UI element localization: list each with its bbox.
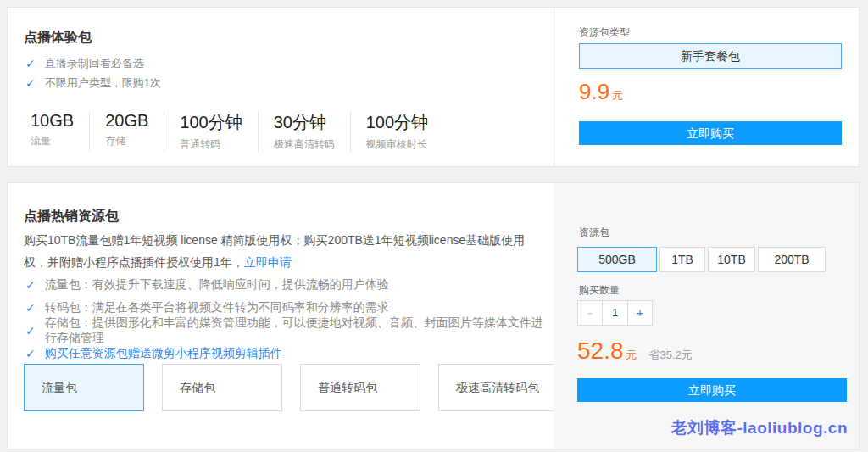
apply-now-link[interactable]: 立即申请 xyxy=(244,255,292,269)
package-label: 资源包 xyxy=(579,226,609,240)
experience-package-info: 点播体验包 ✓ 直播录制回看必备选 ✓ 不限用户类型，限购1次 10GB 流量 … xyxy=(8,8,554,166)
feature-text: 存储包：提供图形化和丰富的媒资管理功能，可以便捷地对视频、音频、封面图片等媒体文… xyxy=(45,315,554,346)
spec-label: 普通转码 xyxy=(180,137,242,152)
spec-item: 100分钟 视频审核时长 xyxy=(350,111,443,152)
spec-item: 30分钟 极速高清转码 xyxy=(258,111,350,152)
check-icon: ✓ xyxy=(25,348,36,360)
spec-item: 20GB 存储 xyxy=(89,111,164,152)
feature-row-highlight: ✓ 购买任意资源包赠送微剪小程序视频剪辑插件 xyxy=(25,345,554,361)
option-1tb[interactable]: 1TB xyxy=(659,247,705,272)
experience-buy-panel: 资源包类型 新手套餐包 9.9 元 立即购买 xyxy=(554,8,859,166)
package-type-tabs: 流量包 存储包 普通转码包 极速高清转码包 xyxy=(24,364,559,411)
site-watermark: 老刘博客-laoliublog.cn xyxy=(671,417,849,439)
spec-value: 20GB xyxy=(105,111,148,131)
spec-strip: 10GB 流量 20GB 存储 100分钟 普通转码 30分钟 极速高清转码 1… xyxy=(24,111,443,152)
option-500gb[interactable]: 500GB xyxy=(577,247,657,272)
quantity-label: 购买数量 xyxy=(579,283,620,298)
plus-icon[interactable]: + xyxy=(627,300,653,326)
check-icon: ✓ xyxy=(25,279,36,291)
hot-buy-panel: 资源包 500GB 1TB 10TB 200TB 购买数量 - 1 + 52.8… xyxy=(554,183,859,449)
option-10tb[interactable]: 10TB xyxy=(708,247,755,272)
price-value: 9.9 xyxy=(579,79,609,105)
buy-now-button[interactable]: 立即购买 xyxy=(579,121,842,145)
quantity-value[interactable]: 1 xyxy=(602,300,628,326)
option-200tb[interactable]: 200TB xyxy=(758,247,826,272)
price: 9.9 元 xyxy=(579,79,623,105)
check-icon: ✓ xyxy=(25,302,36,314)
spec-label: 极速高清转码 xyxy=(274,137,335,152)
tab-tesh-transcode-package[interactable]: 极速高清转码包 xyxy=(438,364,559,411)
price-value: 52.8 xyxy=(577,338,624,365)
feature-text: 转码包：满足在各类平台将视频文件转为不同码率和分辨率的需求 xyxy=(45,300,389,315)
spec-item: 10GB 流量 xyxy=(24,111,89,152)
check-icon: ✓ xyxy=(25,58,36,70)
buy-now-button[interactable]: 立即购买 xyxy=(577,378,847,402)
hot-package-info: 点播热销资源包 购买10TB流量包赠1年短视频 license 精简版使用权；购… xyxy=(8,183,554,449)
feature-text: 直播录制回看必备选 xyxy=(45,56,144,71)
price-currency: 元 xyxy=(612,88,623,103)
page-title: 点播体验包 xyxy=(24,29,92,47)
savings-text: 省35.2元 xyxy=(649,348,693,363)
tab-traffic-package[interactable]: 流量包 xyxy=(24,364,144,411)
spec-item: 100分钟 普通转码 xyxy=(164,111,257,152)
check-icon: ✓ xyxy=(25,77,36,89)
experience-package-card: 点播体验包 ✓ 直播录制回看必备选 ✓ 不限用户类型，限购1次 10GB 流量 … xyxy=(7,7,860,167)
spec-label: 视频审核时长 xyxy=(366,137,428,152)
check-icon: ✓ xyxy=(25,325,36,337)
spec-value: 100分钟 xyxy=(366,111,428,134)
price-currency: 元 xyxy=(626,348,637,363)
feature-text: 不限用户类型，限购1次 xyxy=(45,75,161,91)
quantity-stepper: - 1 + xyxy=(577,300,653,326)
feature-row: ✓ 转码包：满足在各类平台将视频文件转为不同码率和分辨率的需求 xyxy=(25,299,554,315)
feature-row: ✓ 存储包：提供图形化和丰富的媒资管理功能，可以便捷地对视频、音频、封面图片等媒… xyxy=(25,322,554,338)
spec-value: 100分钟 xyxy=(180,111,242,134)
feature-row: ✓ 流量包：有效提升下载速度、降低响应时间，提供流畅的用户体验 xyxy=(25,276,554,293)
spec-label: 存储 xyxy=(105,134,148,148)
package-size-options: 500GB 1TB 10TB 200TB xyxy=(577,247,826,272)
package-type-label: 资源包类型 xyxy=(579,25,630,40)
spec-value: 30分钟 xyxy=(274,111,335,134)
feature-text: 流量包：有效提升下载速度、降低响应时间，提供流畅的用户体验 xyxy=(45,277,389,293)
feature-list: ✓ 流量包：有效提升下载速度、降低响应时间，提供流畅的用户体验 ✓ 转码包：满足… xyxy=(25,276,554,368)
package-type-option-selected[interactable]: 新手套餐包 xyxy=(579,43,842,69)
tab-storage-package[interactable]: 存储包 xyxy=(162,364,282,411)
section-title: 点播热销资源包 xyxy=(24,208,119,226)
spec-label: 流量 xyxy=(31,134,74,148)
hot-package-card: 点播热销资源包 购买10TB流量包赠1年短视频 license 精简版使用权；购… xyxy=(7,182,860,449)
feature-text: 购买任意资源包赠送微剪小程序视频剪辑插件 xyxy=(45,346,282,361)
price: 52.8 元 省35.2元 xyxy=(577,338,693,365)
package-description: 购买10TB流量包赠1年短视频 license 精简版使用权；购买200TB送1… xyxy=(24,229,542,273)
feature-row: ✓ 直播录制回看必备选 xyxy=(25,56,144,71)
spec-value: 10GB xyxy=(31,111,74,131)
minus-icon[interactable]: - xyxy=(577,300,603,326)
tab-standard-transcode-package[interactable]: 普通转码包 xyxy=(300,364,420,411)
feature-row: ✓ 不限用户类型，限购1次 xyxy=(25,75,161,91)
